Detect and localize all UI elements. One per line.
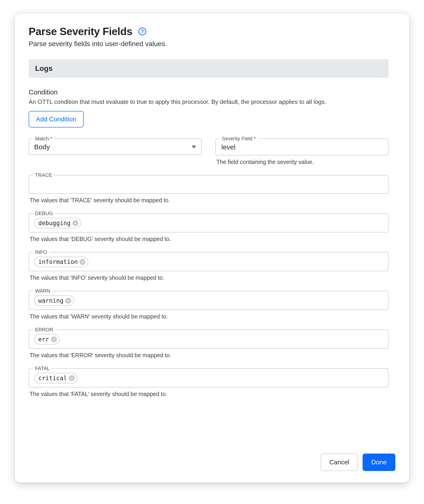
chip-remove-icon[interactable] [69,375,75,381]
severity-helper: The values that 'WARN' severity should b… [29,313,388,320]
severity-helper: The values that 'INFO' severity should b… [29,274,388,281]
chip-remove-icon[interactable] [51,336,57,342]
chip-remove-icon[interactable] [72,220,78,226]
chip-label: debugging [38,220,71,227]
severity-field-input-wrap: Severity Field * [215,139,388,156]
severity-label: ERROR [33,327,55,333]
severity-group-fatal: FATALcriticalThe values that 'FATAL' sev… [29,368,388,397]
chip-label: warning [38,297,63,304]
severity-input-debug[interactable]: DEBUGdebugging [29,213,388,233]
parse-severity-modal: Parse Severity Fields ? Parse severity f… [15,14,409,482]
chip-remove-icon[interactable] [65,298,71,304]
severity-group-trace: TRACEThe values that 'TRACE' severity sh… [29,175,388,204]
match-label: Match * [33,136,54,142]
cancel-button[interactable]: Cancel [321,454,358,471]
chip-input[interactable] [34,180,383,190]
severity-label: DEBUG [33,210,55,216]
chip: information [34,257,88,267]
severity-helper: The values that 'TRACE' severity should … [29,197,388,204]
done-button[interactable]: Done [362,454,395,471]
severity-group-info: INFOinformationThe values that 'INFO' se… [29,252,388,281]
chip-input[interactable]: err [34,334,383,345]
severity-input-warn[interactable]: WARNwarning [29,291,388,310]
modal-header: Parse Severity Fields ? [29,25,395,38]
chip-label: err [38,336,49,343]
chip: debugging [34,218,81,228]
severity-label: INFO [33,249,49,255]
match-select[interactable]: Match * Body [29,139,202,155]
severity-group-debug: DEBUGdebuggingThe values that 'DEBUG' se… [29,213,388,242]
chip-input[interactable]: critical [34,373,383,383]
severity-helper: The values that 'DEBUG' severity should … [29,236,388,242]
modal-title: Parse Severity Fields [29,25,132,38]
condition-title: Condition [29,88,388,96]
chip: err [34,334,60,345]
severity-helper: The values that 'ERROR' severity should … [29,352,388,359]
severity-label: FATAL [33,365,52,372]
add-condition-button[interactable]: Add Condition [29,111,84,127]
match-value: Body [34,143,50,151]
severity-group-error: ERRORerrThe values that 'ERROR' severity… [29,329,388,359]
chip-remove-icon[interactable] [80,259,86,265]
modal-footer: Cancel Done [29,454,395,471]
modal-subtitle: Parse severity fields into user-defined … [29,40,395,48]
severity-field-label: Severity Field * [220,136,258,142]
severity-group-warn: WARNwarningThe values that 'WARN' severi… [29,291,388,320]
severity-input-fatal[interactable]: FATALcritical [29,368,388,388]
chip-input[interactable]: information [34,257,383,267]
severity-field-input[interactable] [221,143,383,151]
help-icon[interactable]: ? [138,27,147,36]
severity-input-info[interactable]: INFOinformation [29,252,388,271]
severity-field-helper: The field containing the severity value. [215,159,388,165]
condition-block: Condition An OTTL condition that must ev… [29,88,388,127]
chip-input[interactable]: warning [34,295,383,306]
section-header-logs: Logs [29,59,388,78]
chip-label: critical [38,375,67,382]
condition-description: An OTTL condition that must evaluate to … [29,98,388,106]
modal-scroll-area[interactable]: Logs Condition An OTTL condition that mu… [29,59,395,440]
severity-input-error[interactable]: ERRORerr [29,329,388,349]
severity-label: WARN [33,288,52,294]
chip-input[interactable]: debugging [34,218,383,228]
severity-helper: The values that 'FATAL' severity should … [29,391,388,397]
chip: critical [34,373,77,383]
chevron-down-icon [192,146,196,148]
severity-label: TRACE [33,172,54,178]
chip-label: information [38,258,78,265]
chip: warning [34,295,74,306]
severity-input-trace[interactable]: TRACE [29,175,388,194]
